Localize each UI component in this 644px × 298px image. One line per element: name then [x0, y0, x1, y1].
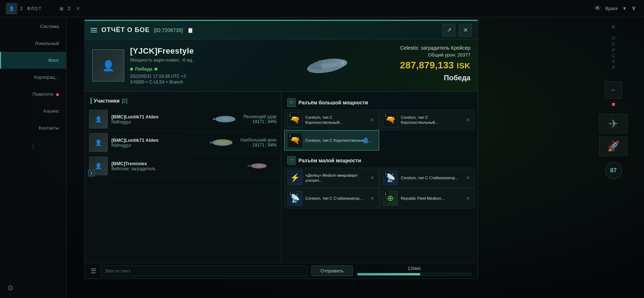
- module-close-h1[interactable]: ✕: [369, 116, 376, 123]
- module-name-l3: Corelum, тип C Стабилизатор...: [305, 196, 366, 201]
- export-button[interactable]: ↗: [442, 24, 455, 37]
- participant-stats-1: Решающий удар 19171 | 94%: [243, 114, 276, 124]
- svg-marker-7: [212, 118, 215, 120]
- filter-icon[interactable]: ⛛: [631, 5, 637, 12]
- module-num-l4: 1: [383, 191, 388, 196]
- ship-thumb-3: [244, 159, 273, 173]
- module-card-h2: 🔫 1 Corelum, тип C Короткоствольный... ✕: [380, 110, 475, 130]
- module-icon-l3: 📡 1: [288, 191, 303, 206]
- module-icon-l4: ⊕ 1: [383, 191, 398, 206]
- sidebar: Система Локальный Флот Корпорац... Помог…: [0, 0, 66, 298]
- sidebar-item-pomogite[interactable]: Помогите: [0, 86, 66, 103]
- player-avatar: 👤: [92, 49, 124, 82]
- module-card-l3: 📡 1 Corelum, тип C Стабилизатор... ✕: [284, 188, 380, 208]
- player-bar: 👤 [YJCK]Freestyle Мощность варп-помех: -…: [85, 40, 478, 92]
- alert-dot: [612, 103, 615, 106]
- sidebar-item-flot[interactable]: Флот: [0, 52, 66, 69]
- participants-count: [2]: [122, 98, 128, 104]
- ship-svg-3: [245, 159, 273, 173]
- ship-image: [293, 44, 361, 87]
- ship-thumb-1: [211, 112, 240, 126]
- dropdown-icon[interactable]: ▼: [622, 6, 627, 11]
- ship-svg-2: [208, 136, 236, 149]
- high-power-header: 🛡 Разъём большой мощности: [281, 95, 478, 110]
- participants-bar-accent: [91, 98, 92, 104]
- fleet-count: 2: [20, 6, 23, 11]
- sidebar-item-korporatsiya[interactable]: Корпорац...: [0, 69, 66, 86]
- participant-stat-value-1: 19171 | 94%: [243, 119, 276, 124]
- panel-header-actions: ↗ ✕: [442, 24, 472, 37]
- panel-title: ОТЧЁТ О БОЕ: [101, 26, 150, 34]
- participant-info-2: [BMC]Luntik71 Alden Nidhoggur: [111, 137, 204, 148]
- chat-input[interactable]: Ввести текст: [101, 266, 307, 276]
- module-card-l2: 📡 1 Corelum, тип C Стабилизатор... ✕: [380, 168, 475, 188]
- participant-info-1: [BMC]Luntik71 Alden Nidhoggur: [111, 114, 207, 125]
- module-close-l4[interactable]: ✕: [464, 195, 472, 202]
- participant-badge-3: ℹ: [88, 170, 95, 176]
- low-power-icon: 🛡: [287, 156, 296, 165]
- menu-button[interactable]: [91, 28, 97, 32]
- sidebar-bottom: ⚙: [0, 278, 66, 298]
- panel-id: [ID:7206735]: [154, 27, 183, 33]
- sidebar-item-sistema[interactable]: Система: [0, 18, 66, 35]
- module-close-l3[interactable]: ✕: [369, 195, 376, 202]
- far-right-buttons: ← ✈ 🚀 87: [599, 81, 628, 179]
- module-num-h2: 1: [383, 113, 388, 118]
- report-panel: ОТЧЁТ О БОЕ [ID:7206735] 📋 ↗ ✕ 👤 [YJCK]F…: [84, 20, 478, 279]
- module-card-l1: ⚡ «Делец» Medium микроварп-ускорит... ✕: [284, 168, 380, 188]
- module-icon-h1: 🔫 1: [288, 112, 303, 127]
- participant-stat-label-2: Наибольший урон: [240, 137, 277, 143]
- participant-row: 👤 [BMC]Luntik71 Alden Nidhoggur: [85, 108, 281, 131]
- module-pilot-icon-h3: 👤: [363, 137, 369, 143]
- low-power-grid: ⚡ «Делец» Medium микроварп-ускорит... ✕ …: [281, 168, 478, 208]
- nav-arrow-button[interactable]: ←: [605, 81, 622, 99]
- participant-ship-1: Nidhoggur: [111, 119, 207, 125]
- topbar-close-icon[interactable]: ✕: [76, 6, 80, 11]
- module-icon-l2: 📡 1: [383, 170, 398, 185]
- module-text-l1: «Делец» Medium микроварп-ускорит...: [305, 173, 366, 183]
- high-power-title: Разъём большой мощности: [299, 100, 368, 105]
- user-avatar-icon: 👤: [6, 3, 17, 14]
- svg-marker-13: [247, 165, 250, 167]
- svg-marker-10: [209, 141, 212, 144]
- high-power-section: 🛡 Разъём большой мощности 🔫 1 Corelum, т…: [281, 95, 478, 150]
- search-label: В ПОИСКА: [611, 24, 616, 71]
- module-name-h2: Corelum, тип C Короткоствольный...: [401, 115, 461, 125]
- module-name-l1: «Делец» Medium микроварп-ускорит...: [305, 173, 366, 183]
- participants-header: Участники [2]: [85, 95, 281, 108]
- copy-icon[interactable]: 📋: [187, 27, 193, 33]
- settings-icon[interactable]: ⚙: [7, 284, 14, 292]
- module-close-h2[interactable]: ✕: [464, 116, 472, 123]
- counter-badge: 87: [605, 162, 622, 179]
- sidebar-item-alyans[interactable]: Альянс: [0, 103, 66, 119]
- svg-rect-14: [256, 165, 263, 167]
- participant-row-3: 👤 ℹ [BMC]Tremistex Bellicose: заградител…: [85, 154, 281, 178]
- module-num-h3: 1: [288, 134, 293, 138]
- svg-rect-8: [222, 118, 229, 120]
- module-name-l2: Corelum, тип C Стабилизатор...: [401, 175, 461, 180]
- send-button[interactable]: Отправить: [312, 266, 353, 276]
- module-name-l4: Republic Fleet Medium...: [401, 196, 461, 201]
- participant-avatar-1: 👤: [89, 110, 108, 128]
- participant-name-2: [BMC]Luntik71 Alden: [111, 137, 204, 143]
- module-card-h3: 🔫 1 Corelum, тип C Короткоствольный... 👤: [284, 130, 380, 150]
- participant-stat-label-1: Решающий удар: [243, 114, 276, 119]
- modules-panel: 🛡 Разъём большой мощности 🔫 1 Corelum, т…: [281, 92, 478, 263]
- module-card-h1: 🔫 1 Corelum, тип C Короткоствольный... ✕: [284, 110, 380, 130]
- high-power-icon: 🛡: [287, 98, 296, 107]
- sidebar-item-lokalnyy[interactable]: Локальный: [0, 35, 66, 52]
- export-icon: ↗: [447, 27, 451, 33]
- victory-text: Победа: [135, 66, 152, 72]
- module-text-l4: Republic Fleet Medium...: [401, 196, 461, 201]
- participants-title: Участники: [94, 98, 120, 104]
- enemies-label[interactable]: Враги: [605, 6, 618, 11]
- module-close-l2[interactable]: ✕: [464, 174, 472, 181]
- panel-close-button[interactable]: ✕: [459, 24, 472, 37]
- chat-icon[interactable]: ☰: [91, 267, 96, 275]
- module-close-l1[interactable]: ✕: [369, 174, 376, 181]
- module-text-l3: Corelum, тип C Стабилизатор...: [305, 196, 366, 201]
- isk-currency: ISK: [457, 61, 470, 70]
- sidebar-item-kontakty[interactable]: Контакты: [0, 119, 66, 136]
- participant-stat-value-2: 19171 | 94%: [240, 143, 277, 148]
- module-name-h1: Corelum, тип C Короткоствольный...: [305, 115, 366, 125]
